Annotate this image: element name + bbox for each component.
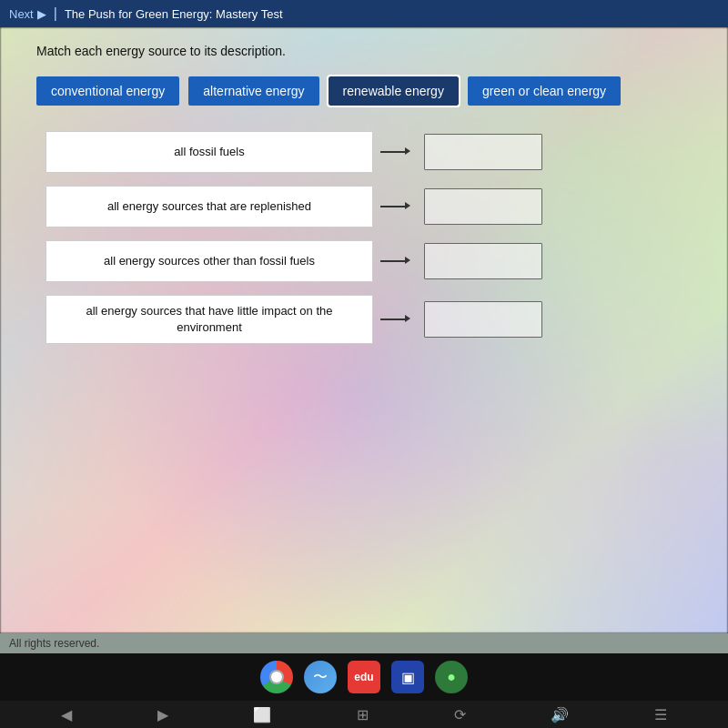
arrow-impact	[380, 318, 417, 320]
description-fossil: all fossil fuels	[46, 131, 373, 173]
btn-alternative[interactable]: alternative energy	[188, 76, 318, 106]
menu-btn[interactable]: ☰	[654, 706, 667, 723]
arrow-line-other	[380, 260, 406, 262]
forward-btn[interactable]: ▶	[157, 706, 168, 723]
main-area: Match each energy source to its descript…	[0, 27, 728, 633]
screen-icon[interactable]: ▣	[391, 661, 424, 693]
rights-text: All rights reserved.	[9, 637, 99, 650]
target-other[interactable]	[424, 243, 542, 279]
match-row-impact: all energy sources that have little impa…	[46, 295, 692, 344]
match-row-fossil: all fossil fuels	[46, 131, 692, 173]
arrow-line-fossil	[380, 151, 406, 153]
window-btn[interactable]: ⬜	[253, 706, 271, 723]
btn-conventional[interactable]: conventional energy	[36, 76, 179, 106]
target-fossil[interactable]	[424, 134, 542, 170]
impact-text: all energy sources that have little impa…	[61, 303, 358, 336]
description-other: all energy sources other than fossil fue…	[46, 240, 373, 282]
btn-green[interactable]: green or clean energy	[468, 76, 621, 106]
arrow-other	[380, 260, 417, 262]
separator: |	[54, 5, 57, 22]
arrow-line-replenished	[380, 206, 406, 207]
title-bar: Next ▶ | The Push for Green Energy: Mast…	[0, 0, 728, 27]
content-area: Match each energy source to its descript…	[0, 27, 728, 360]
next-button[interactable]: Next ▶	[9, 7, 46, 21]
page-title: The Push for Green Energy: Mastery Test	[65, 7, 283, 21]
chrome-icon[interactable]	[260, 661, 293, 693]
description-impact: all energy sources that have little impa…	[46, 295, 373, 344]
arrow-line-impact	[380, 318, 406, 320]
rotate-btn[interactable]: ⟳	[454, 706, 466, 723]
arrow-fossil	[380, 151, 417, 153]
back-btn[interactable]: ◀	[61, 706, 72, 723]
btn-renewable[interactable]: renewable energy	[329, 76, 459, 106]
bottom-nav-bar: ◀ ▶ ⬜ ⊞ ⟳ 🔊 ☰	[0, 701, 728, 728]
wave-icon[interactable]: 〜	[304, 661, 337, 693]
grid-btn[interactable]: ⊞	[357, 706, 369, 723]
energy-buttons-area: conventional energy alternative energy r…	[36, 76, 692, 106]
arrow-replenished	[380, 206, 417, 207]
target-impact[interactable]	[424, 301, 542, 338]
taskbar: 〜 edu ▣ ●	[0, 653, 728, 701]
footer: All rights reserved.	[0, 633, 728, 653]
edu-icon[interactable]: edu	[348, 661, 380, 693]
matching-area: all fossil fuels all energy sources that…	[46, 131, 692, 344]
green-icon[interactable]: ●	[435, 661, 468, 693]
next-icon: ▶	[37, 7, 46, 21]
next-label: Next	[9, 7, 34, 21]
target-replenished[interactable]	[424, 188, 542, 225]
volume-btn[interactable]: 🔊	[551, 706, 569, 723]
description-replenished: all energy sources that are replenished	[46, 186, 373, 228]
match-row-other: all energy sources other than fossil fue…	[46, 240, 692, 282]
match-row-replenished: all energy sources that are replenished	[46, 186, 692, 228]
instruction-text: Match each energy source to its descript…	[36, 44, 692, 58]
